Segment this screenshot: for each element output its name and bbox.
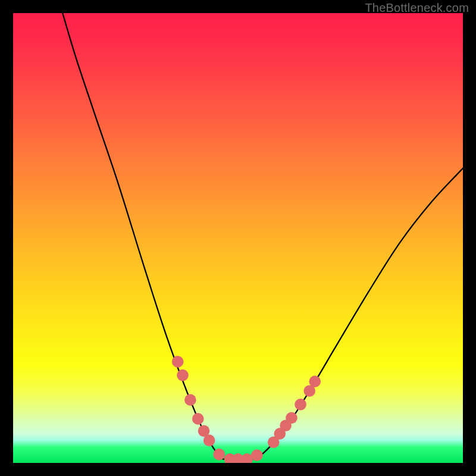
data-marker bbox=[172, 356, 184, 368]
data-marker bbox=[192, 413, 204, 425]
chart-frame: TheBottleneck.com bbox=[0, 0, 476, 476]
data-marker bbox=[251, 449, 263, 461]
watermark-label: TheBottleneck.com bbox=[365, 1, 469, 15]
data-marker bbox=[203, 434, 215, 446]
data-marker bbox=[295, 399, 306, 411]
data-marker bbox=[177, 369, 189, 381]
data-marker bbox=[184, 394, 196, 406]
data-marker bbox=[309, 375, 321, 387]
bottleneck-curve bbox=[62, 13, 463, 461]
data-marker bbox=[213, 449, 225, 461]
plot-area bbox=[13, 13, 463, 463]
data-marker bbox=[286, 412, 298, 424]
curve-layer bbox=[13, 13, 463, 463]
